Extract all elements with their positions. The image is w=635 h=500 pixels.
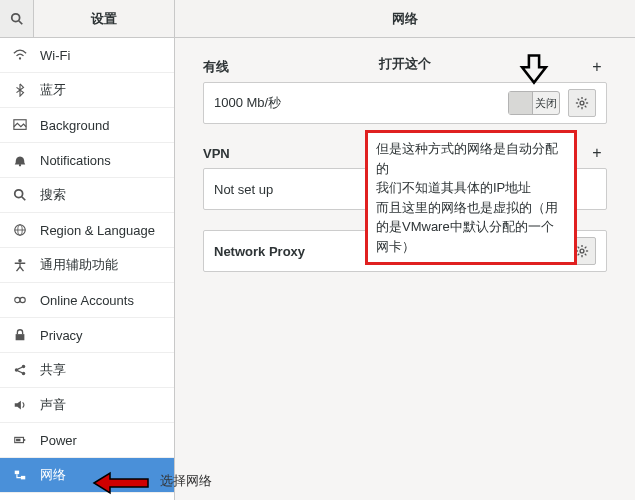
- sidebar: 设置 Wi-Fi 蓝牙 Background Notifications 搜索: [0, 0, 175, 500]
- svg-line-18: [18, 371, 22, 373]
- sidebar-item-region-language[interactable]: Region & Language: [0, 213, 174, 248]
- globe-icon: [12, 223, 28, 237]
- annotation-redbox: 但是这种方式的网络是自动分配的 我们不知道其具体的IP地址 而且这里的网络也是虚…: [365, 130, 577, 265]
- wired-switch[interactable]: 关闭: [508, 91, 560, 115]
- svg-rect-21: [16, 439, 20, 442]
- search-button[interactable]: [0, 0, 34, 37]
- sidebar-item-label: 蓝牙: [40, 81, 66, 99]
- svg-point-4: [19, 164, 21, 166]
- sidebar-item-label: 声音: [40, 396, 66, 414]
- svg-point-10: [18, 259, 22, 263]
- annotation-footer-hint: 选择网络: [160, 472, 212, 490]
- lock-icon: [12, 328, 28, 342]
- sidebar-item-bluetooth[interactable]: 蓝牙: [0, 73, 174, 108]
- svg-rect-13: [16, 334, 25, 340]
- sidebar-header: 设置: [0, 0, 174, 38]
- page-title: 网络: [175, 0, 635, 38]
- content: 有线 + 1000 Mb/秒 关闭 VPN +: [175, 38, 635, 500]
- redbox-line: 而且这里的网络也是虚拟的（用的是VMware中默认分配的一个网卡）: [376, 198, 566, 257]
- sidebar-item-label: 网络: [40, 466, 66, 484]
- svg-point-12: [20, 297, 25, 302]
- bluetooth-icon: [12, 83, 28, 97]
- wifi-icon: [12, 48, 28, 62]
- sidebar-item-label: Privacy: [40, 328, 83, 343]
- sidebar-item-label: Notifications: [40, 153, 111, 168]
- svg-line-30: [585, 106, 587, 108]
- svg-line-17: [18, 367, 22, 369]
- svg-point-2: [19, 57, 21, 59]
- svg-line-39: [585, 254, 587, 256]
- svg-point-0: [11, 13, 19, 21]
- wired-speed: 1000 Mb/秒: [214, 94, 500, 112]
- sidebar-item-sharing[interactable]: 共享: [0, 353, 174, 388]
- svg-rect-22: [15, 471, 19, 475]
- wired-panel: 1000 Mb/秒 关闭: [203, 82, 607, 124]
- svg-rect-20: [24, 439, 26, 441]
- online-accounts-icon: [12, 293, 28, 307]
- add-wired-button[interactable]: +: [587, 58, 607, 76]
- svg-point-11: [15, 297, 20, 302]
- sidebar-item-label: Background: [40, 118, 109, 133]
- arrow-down-icon: [517, 52, 551, 86]
- svg-line-6: [22, 197, 26, 201]
- sidebar-item-label: Region & Language: [40, 223, 155, 238]
- sidebar-item-label: Online Accounts: [40, 293, 134, 308]
- sidebar-item-label: 共享: [40, 361, 66, 379]
- sidebar-item-notifications[interactable]: Notifications: [0, 143, 174, 178]
- gear-icon: [575, 244, 589, 258]
- sidebar-item-privacy[interactable]: Privacy: [0, 318, 174, 353]
- svg-rect-23: [21, 476, 25, 480]
- arrow-left-icon: [92, 470, 152, 496]
- redbox-line: 但是这种方式的网络是自动分配的: [376, 139, 566, 178]
- svg-line-38: [578, 247, 580, 249]
- background-icon: [12, 118, 28, 132]
- sidebar-title: 设置: [34, 10, 174, 28]
- sidebar-item-wifi[interactable]: Wi-Fi: [0, 38, 174, 73]
- accessibility-icon: [12, 258, 28, 272]
- sound-icon: [12, 398, 28, 412]
- network-icon: [12, 468, 28, 482]
- svg-line-31: [578, 106, 580, 108]
- sidebar-item-sound[interactable]: 声音: [0, 388, 174, 423]
- sidebar-item-search[interactable]: 搜索: [0, 178, 174, 213]
- sidebar-item-power[interactable]: Power: [0, 423, 174, 458]
- wired-row: 1000 Mb/秒 关闭: [204, 83, 606, 123]
- sidebar-item-label: Wi-Fi: [40, 48, 70, 63]
- sidebar-item-accessibility[interactable]: 通用辅助功能: [0, 248, 174, 283]
- add-vpn-button[interactable]: +: [587, 144, 607, 162]
- bell-icon: [12, 153, 28, 167]
- switch-label: 关闭: [533, 96, 559, 111]
- svg-point-5: [15, 190, 23, 198]
- svg-point-24: [580, 101, 584, 105]
- sidebar-item-online-accounts[interactable]: Online Accounts: [0, 283, 174, 318]
- svg-line-32: [585, 99, 587, 101]
- svg-line-1: [18, 20, 22, 24]
- sidebar-item-label: Power: [40, 433, 77, 448]
- wired-settings-button[interactable]: [568, 89, 596, 117]
- share-icon: [12, 363, 28, 377]
- sidebar-item-label: 通用辅助功能: [40, 256, 118, 274]
- annotation-open-hint: 打开这个: [379, 55, 431, 73]
- gear-icon: [575, 96, 589, 110]
- sidebar-item-background[interactable]: Background: [0, 108, 174, 143]
- power-icon: [12, 433, 28, 447]
- sidebar-list: Wi-Fi 蓝牙 Background Notifications 搜索 Reg…: [0, 38, 174, 500]
- svg-line-40: [578, 254, 580, 256]
- redbox-line: 我们不知道其具体的IP地址: [376, 178, 566, 198]
- svg-line-29: [578, 99, 580, 101]
- sidebar-item-label: 搜索: [40, 186, 66, 204]
- search-icon: [10, 12, 24, 26]
- svg-line-41: [585, 247, 587, 249]
- search-icon: [12, 188, 28, 202]
- svg-point-33: [580, 249, 584, 253]
- switch-knob: [509, 92, 533, 114]
